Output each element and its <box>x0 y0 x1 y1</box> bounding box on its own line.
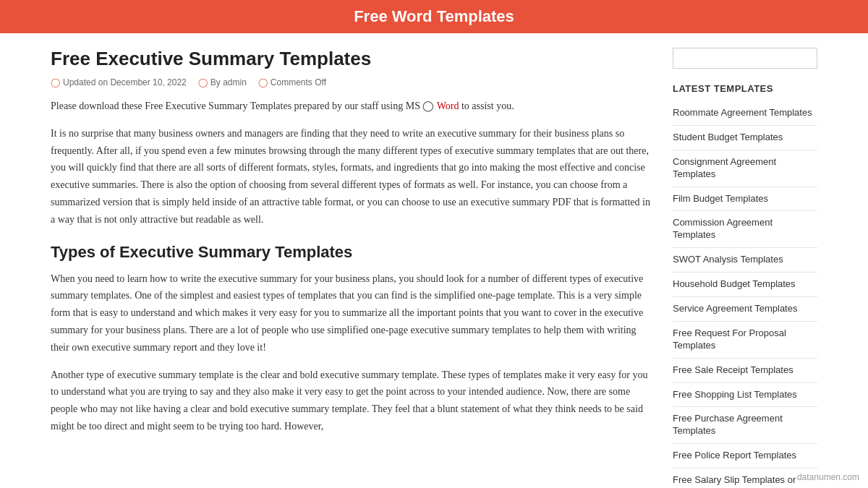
body-paragraph-2: When you need to learn how to write the … <box>51 270 651 356</box>
sidebar-list-item: Free Salary Slip Templates or Payslip <box>673 468 817 488</box>
ms-word-link[interactable]: Word <box>437 100 459 111</box>
sidebar-list-item: Free Police Report Templates <box>673 444 817 468</box>
sidebar-link-4[interactable]: Commission Agreement Templates <box>673 211 817 247</box>
sidebar-link-9[interactable]: Free Sale Receipt Templates <box>673 359 817 382</box>
latest-templates-heading: LATEST TEMPLATES <box>673 83 817 94</box>
sidebar-list-item: Free Sale Receipt Templates <box>673 359 817 383</box>
body-paragraph-1: It is no surprise that many business own… <box>51 125 651 228</box>
meta-author: ◯ By admin <box>198 77 247 87</box>
calendar-icon: ◯ <box>51 77 60 87</box>
sidebar: LATEST TEMPLATES Roommate Agreement Temp… <box>673 48 817 488</box>
meta-comments: ◯ Comments Off <box>258 77 326 87</box>
sidebar-link-list: Roommate Agreement TemplatesStudent Budg… <box>673 101 817 488</box>
search-input[interactable] <box>673 48 817 69</box>
sidebar-link-2[interactable]: Consignment Agreement Templates <box>673 150 817 187</box>
section-heading: Types of Executive Summary Templates <box>51 243 651 262</box>
sidebar-link-5[interactable]: SWOT Analysis Templates <box>673 248 817 272</box>
sidebar-link-3[interactable]: Film Budget Templates <box>673 187 817 211</box>
sidebar-list-item: Film Budget Templates <box>673 187 817 212</box>
sidebar-list-item: Consignment Agreement Templates <box>673 150 817 187</box>
sidebar-link-8[interactable]: Free Request For Proposal Templates <box>673 322 817 358</box>
sidebar-list-item: Student Budget Templates <box>673 126 817 150</box>
sidebar-link-7[interactable]: Service Agreement Templates <box>673 297 817 321</box>
sidebar-link-13[interactable]: Free Salary Slip Templates or Payslip <box>673 468 817 488</box>
person-icon: ◯ <box>198 77 208 87</box>
sidebar-list-item: Commission Agreement Templates <box>673 211 817 248</box>
comment-icon: ◯ <box>258 77 268 87</box>
site-header: Free Word Templates <box>0 0 868 33</box>
sidebar-list-item: Free Request For Proposal Templates <box>673 322 817 359</box>
article-meta: ◯ Updated on December 10, 2022 ◯ By admi… <box>51 77 651 87</box>
sidebar-list-item: SWOT Analysis Templates <box>673 248 817 273</box>
sidebar-list-item: Free Shopping List Templates <box>673 383 817 408</box>
sidebar-link-11[interactable]: Free Purchase Agreement Templates <box>673 407 817 443</box>
main-content: Free Executive Summary Templates ◯ Updat… <box>51 48 651 488</box>
sidebar-link-12[interactable]: Free Police Report Templates <box>673 444 817 468</box>
site-title: Free Word Templates <box>0 7 868 26</box>
body-paragraph-3: Another type of executive summary templa… <box>51 367 651 435</box>
sidebar-link-10[interactable]: Free Shopping List Templates <box>673 383 817 407</box>
sidebar-link-0[interactable]: Roommate Agreement Templates <box>673 101 817 125</box>
footer-credit: datanumen.com <box>797 472 859 482</box>
article-title: Free Executive Summary Templates <box>51 48 651 70</box>
sidebar-list-item: Free Purchase Agreement Templates <box>673 407 817 444</box>
intro-paragraph: Please download these Free Executive Sum… <box>51 98 651 115</box>
sidebar-list-item: Roommate Agreement Templates <box>673 101 817 126</box>
sidebar-list-item: Household Budget Templates <box>673 273 817 297</box>
sidebar-link-1[interactable]: Student Budget Templates <box>673 126 817 150</box>
meta-date: ◯ Updated on December 10, 2022 <box>51 77 187 87</box>
sidebar-link-6[interactable]: Household Budget Templates <box>673 273 817 296</box>
sidebar-list-item: Service Agreement Templates <box>673 297 817 322</box>
page-wrapper: Free Executive Summary Templates ◯ Updat… <box>36 33 832 488</box>
article-body: Please download these Free Executive Sum… <box>51 98 651 435</box>
